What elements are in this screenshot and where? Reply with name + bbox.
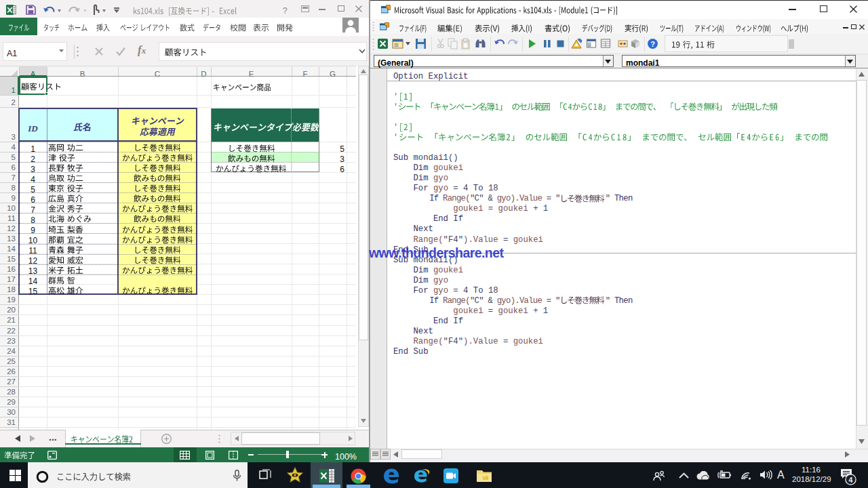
svg-text:4: 4 <box>849 476 853 484</box>
svg-text:?: ? <box>650 40 655 48</box>
